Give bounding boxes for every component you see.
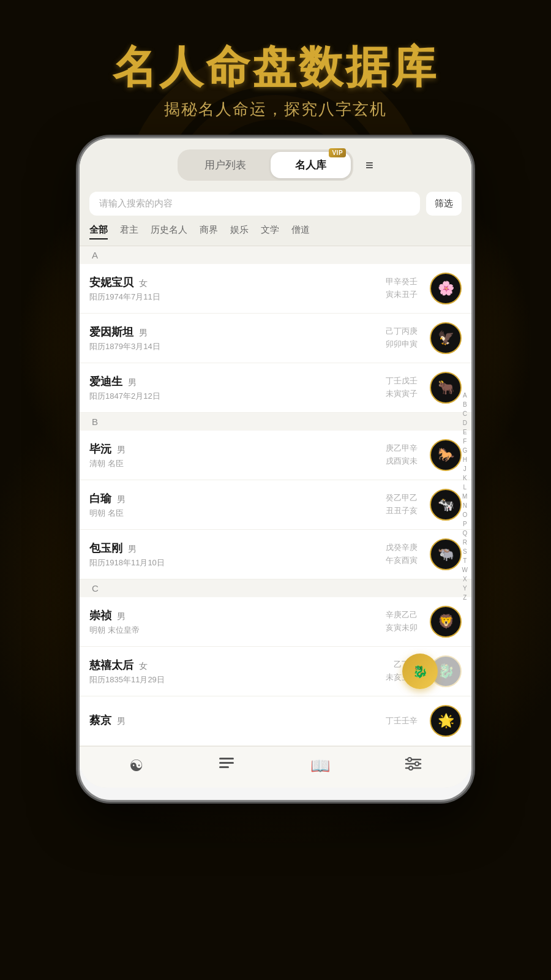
cat-monarch[interactable]: 君主 xyxy=(120,224,138,239)
search-placeholder: 请输入搜索的内容 xyxy=(99,198,173,209)
avatar: 🐂 xyxy=(430,372,462,404)
sub-title: 揭秘名人命运，探究八字玄机 xyxy=(0,99,551,120)
bottom-nav: ☯ 📖 xyxy=(80,746,471,788)
item-bazi: 辛庚乙己 亥寅未卯 xyxy=(386,609,418,635)
item-gender: 男 xyxy=(139,328,148,337)
item-gender: 女 xyxy=(139,661,148,671)
section-header-c: C xyxy=(80,579,471,597)
settings-nav[interactable] xyxy=(405,755,422,777)
item-bazi: 庚乙甲辛 戌酉寅未 xyxy=(386,442,418,468)
list-item[interactable]: 毕沅 男 清朝 名臣 庚乙甲辛 戌酉寅未 🐎 xyxy=(80,431,471,480)
item-name: 爱迪生 男 xyxy=(89,374,378,389)
item-info: 安妮宝贝 女 阳历1974年7月11日 xyxy=(89,275,378,303)
list-item[interactable]: 爱迪生 男 阳历1847年2月12日 丁壬戊壬 未寅寅子 🐂 xyxy=(80,363,471,413)
category-bar: 全部 君主 历史名人 商界 娱乐 文学 僧道 xyxy=(80,221,471,246)
list-item[interactable]: 蔡京 男 丁壬壬辛 🌟 xyxy=(80,696,471,746)
list-container: A 安妮宝贝 女 阳历1974年7月11日 甲辛癸壬 寅未丑子 🌸 xyxy=(80,246,471,746)
item-bazi: 戊癸辛庚 午亥酉寅 xyxy=(386,541,418,567)
list-item[interactable]: 慈禧太后 女 阳历1835年11月29日 乙丁乙 未亥丑子 🐉 🐉 xyxy=(80,647,471,696)
item-name: 包玉刚 男 xyxy=(89,541,378,556)
item-bazi: 甲辛癸壬 寅未丑子 xyxy=(386,276,418,301)
list-item[interactable]: 爱因斯坦 男 阳历1879年3月14日 己丁丙庚 卯卯申寅 🦅 xyxy=(80,314,471,363)
menu-icon[interactable]: ≡ xyxy=(365,157,373,173)
item-name: 白瑜 男 xyxy=(89,491,378,506)
item-sub: 阳历1918年11月10日 xyxy=(89,557,378,568)
svg-rect-2 xyxy=(219,766,229,768)
search-bar: 请输入搜索的内容 筛选 xyxy=(80,187,471,221)
avatar: 🌸 xyxy=(430,273,462,304)
list-item[interactable]: 崇祯 男 明朝 末位皇帝 辛庚乙己 亥寅未卯 🦁 xyxy=(80,597,471,647)
cat-historical[interactable]: 历史名人 xyxy=(151,224,187,239)
item-sub: 明朝 末位皇帝 xyxy=(89,625,378,636)
avatar: 🦅 xyxy=(430,322,462,354)
item-info: 包玉刚 男 阳历1918年11月10日 xyxy=(89,541,378,568)
cat-literature[interactable]: 文学 xyxy=(261,224,279,239)
filter-button[interactable]: 筛选 xyxy=(426,192,462,216)
item-sub: 阳历1974年7月11日 xyxy=(89,292,378,303)
item-info: 爱因斯坦 男 阳历1879年3月14日 xyxy=(89,325,378,352)
svg-point-8 xyxy=(409,766,413,770)
tab-group: 用户列表 名人库 VIP xyxy=(178,149,353,181)
svg-point-6 xyxy=(408,758,411,761)
avatar: 🐎 xyxy=(430,439,462,471)
avatar: 🌟 xyxy=(430,705,462,737)
item-bazi: 己丁丙庚 卯卯申寅 xyxy=(386,325,418,351)
item-sub: 明朝 名臣 xyxy=(89,508,378,519)
item-info: 白瑜 男 明朝 名臣 xyxy=(89,491,378,519)
item-bazi: 癸乙甲乙 丑丑子亥 xyxy=(386,492,418,518)
list-item[interactable]: 包玉刚 男 阳历1918年11月10日 戊癸辛庚 午亥酉寅 🐃 xyxy=(80,530,471,579)
item-sub: 阳历1835年11月29日 xyxy=(89,674,378,685)
item-name: 毕沅 男 xyxy=(89,442,378,456)
section-header-a: A xyxy=(80,246,471,264)
item-gender: 男 xyxy=(128,377,137,387)
home-nav[interactable]: ☯ xyxy=(129,756,143,775)
list-nav[interactable] xyxy=(218,755,235,777)
list-item[interactable]: 白瑜 男 明朝 名臣 癸乙甲乙 丑丑子亥 🐄 xyxy=(80,480,471,530)
tab-bar: 用户列表 名人库 VIP ≡ xyxy=(80,138,471,187)
cat-religion[interactable]: 僧道 xyxy=(291,224,310,239)
item-gender: 男 xyxy=(117,716,126,726)
list-section-wrap: A 安妮宝贝 女 阳历1974年7月11日 甲辛癸壬 寅未丑子 🌸 xyxy=(80,246,471,746)
item-name: 崇祯 男 xyxy=(89,608,378,623)
book-nav[interactable]: 📖 xyxy=(310,756,330,775)
item-gender: 男 xyxy=(117,494,126,504)
item-bazi: 丁壬戊壬 未寅寅子 xyxy=(386,375,418,401)
svg-rect-1 xyxy=(219,762,234,764)
svg-point-7 xyxy=(415,762,419,766)
avatar: 🐃 xyxy=(430,538,462,570)
item-gender: 男 xyxy=(128,544,137,554)
avatar: 🐄 xyxy=(430,489,462,521)
item-info: 慈禧太后 女 阳历1835年11月29日 xyxy=(89,658,378,685)
item-name: 蔡京 男 xyxy=(89,713,378,728)
vip-badge: VIP xyxy=(329,148,346,157)
alphabet-index: A B C D E F G H J K L M N O P Q R S T W xyxy=(462,391,468,601)
item-gender: 男 xyxy=(117,611,126,621)
search-input-wrap[interactable]: 请输入搜索的内容 xyxy=(89,192,420,216)
cat-entertainment[interactable]: 娱乐 xyxy=(230,224,249,239)
section-header-b: B xyxy=(80,413,471,431)
tab-user-list[interactable]: 用户列表 xyxy=(180,152,271,178)
svg-rect-0 xyxy=(219,758,234,760)
cat-business[interactable]: 商界 xyxy=(200,224,218,239)
item-name: 爱因斯坦 男 xyxy=(89,325,378,339)
header-section: 名人命盘数据库 揭秘名人命运，探究八字玄机 xyxy=(0,0,551,138)
item-info: 蔡京 男 xyxy=(89,713,378,729)
item-name: 安妮宝贝 女 xyxy=(89,275,378,290)
item-bazi: 丁壬壬辛 xyxy=(386,715,418,728)
cat-all[interactable]: 全部 xyxy=(89,224,108,239)
item-sub: 清朝 名臣 xyxy=(89,458,378,469)
item-sub: 阳历1879年3月14日 xyxy=(89,341,378,352)
item-sub: 阳历1847年2月12日 xyxy=(89,391,378,402)
item-name: 慈禧太后 女 xyxy=(89,658,378,673)
floating-gold-badge: 🐉 xyxy=(402,654,438,689)
item-info: 爱迪生 男 阳历1847年2月12日 xyxy=(89,374,378,402)
phone-mockup: 用户列表 名人库 VIP ≡ 请输入搜索的内容 筛选 全部 君主 历史名人 商界… xyxy=(80,138,471,800)
list-item[interactable]: 安妮宝贝 女 阳历1974年7月11日 甲辛癸壬 寅未丑子 🌸 xyxy=(80,264,471,314)
main-title: 名人命盘数据库 xyxy=(0,43,551,91)
item-info: 崇祯 男 明朝 末位皇帝 xyxy=(89,608,378,636)
tab-celebrity-db[interactable]: 名人库 VIP xyxy=(271,152,351,178)
avatar: 🦁 xyxy=(430,606,462,638)
item-info: 毕沅 男 清朝 名臣 xyxy=(89,442,378,469)
item-gender: 女 xyxy=(139,278,148,288)
phone-inner: 用户列表 名人库 VIP ≡ 请输入搜索的内容 筛选 全部 君主 历史名人 商界… xyxy=(80,138,471,788)
